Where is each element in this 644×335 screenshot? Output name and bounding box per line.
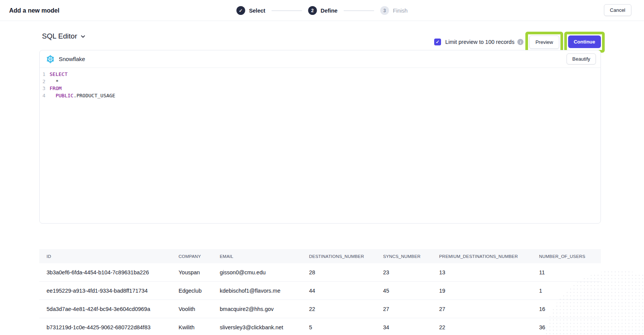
preview-button[interactable]: Preview [529,35,559,49]
table-cell: Kwilith [179,324,220,330]
chevron-down-icon [80,34,86,39]
table-cell: ee195229-a913-4fd1-9334-bad8ff171734 [39,288,179,294]
line-number: 1 [40,71,50,78]
sql-code-editor[interactable]: 1SELECT2 *3FROM4 PUBLIC.PRODUCT_USAGE [40,68,601,99]
table-cell: 13 [439,269,539,275]
code-segment: * [50,79,58,84]
table-cell: 11 [539,269,601,275]
code-text: * [50,78,58,85]
results-table: IDCOMPANYEMAILDESTINATIONS_NUMBERSYNCS_N… [39,249,601,335]
check-icon: ✓ [239,8,243,13]
continue-button-highlight: Continue [564,32,605,53]
wizard-stepper: ✓Select2Define3Finish [237,0,408,21]
table-cell: Voolith [179,306,220,312]
sql-panel-header: Snowflake Beautify [40,50,601,68]
snowflake-logo-icon [46,55,55,64]
preview-controls: ✓ Limit preview to 100 records i Preview… [434,31,605,53]
source-name: Snowflake [59,56,85,62]
step-label: Select [249,8,266,14]
table-cell: 36 [539,324,601,330]
code-segment [50,93,56,98]
limit-preview-checkbox[interactable]: ✓ [434,39,441,45]
column-header: ID [39,254,179,259]
table-cell: 28 [309,269,383,275]
step-label: Define [320,8,337,14]
table-row: 3b3a0ef6-6fda-4454-b104-7c89631ba226Yous… [39,263,601,282]
table-cell: Edgeclub [179,288,220,294]
code-text: SELECT [50,71,68,78]
step-connector [344,10,374,11]
column-header: PREMIUM_DESTINATIONS_NUMBER [439,254,539,259]
table-cell: 44 [309,288,383,294]
editor-type-label: SQL Editor [42,32,77,40]
column-header: COMPANY [179,254,220,259]
top-bar: Add a new model ✓Select2Define3Finish Ca… [0,0,644,21]
add-model-page: Add a new model ✓Select2Define3Finish Ca… [0,0,644,335]
code-segment: PUBLIC [56,93,74,98]
code-segment: .PRODUCT_USAGE [74,93,116,98]
column-header: EMAIL [220,254,309,259]
column-header: DESTINATIONS_NUMBER [309,254,383,259]
line-number: 3 [40,85,50,92]
column-header: SYNCS_NUMBER [383,254,439,259]
results-table-header: IDCOMPANYEMAILDESTINATIONS_NUMBERSYNCS_N… [39,249,601,263]
step-connector [271,10,302,11]
column-header: NUMBER_OF_USERS [539,254,601,259]
code-segment: SELECT [50,71,68,77]
code-text: FROM [50,85,61,92]
results-table-body: 3b3a0ef6-6fda-4454-b104-7c89631ba226Yous… [39,263,601,335]
check-icon: ✓ [436,39,440,45]
table-cell: 5 [309,324,383,330]
preview-button-highlight: Preview [525,32,563,53]
table-cell: 23 [383,269,439,275]
table-cell: 27 [439,306,539,312]
step-indicator: 3 [380,6,389,15]
continue-button[interactable]: Continue [568,35,601,48]
table-cell: 27 [383,306,439,312]
table-row: b731219d-1c0e-4425-9062-680722d84f83Kwil… [39,318,601,335]
table-cell: 22 [309,306,383,312]
page-title: Add a new model [9,0,60,21]
stepper-step-select: ✓Select [237,6,266,15]
line-number: 4 [40,92,50,100]
table-cell: sliversley3@clickbank.net [220,324,309,330]
table-cell: bmacquire2@hhs.gov [220,306,309,312]
table-cell: 19 [439,288,539,294]
table-cell: 1 [539,288,601,294]
step-indicator: ✓ [237,6,245,15]
table-cell: 3b3a0ef6-6fda-4454-b104-7c89631ba226 [39,269,179,275]
annotation-highlight-group: Preview Continue [525,32,605,53]
line-number: 2 [40,78,50,85]
table-cell: kdebischof1@flavors.me [220,288,309,294]
table-cell: 16 [539,306,601,312]
table-cell: b731219d-1c0e-4425-9062-680722d84f83 [39,324,179,330]
editor-type-dropdown[interactable]: SQL Editor [42,32,86,40]
info-icon[interactable]: i [517,39,523,45]
limit-preview-label: Limit preview to 100 records [445,39,514,45]
table-cell: 45 [383,288,439,294]
step-label: Finish [393,8,408,14]
code-line: 4 PUBLIC.PRODUCT_USAGE [40,92,601,100]
table-cell: gisson0@cmu.edu [220,269,309,275]
code-line: 2 * [40,78,601,85]
beautify-button[interactable]: Beautify [567,53,596,64]
code-line: 1SELECT [40,71,601,78]
step-indicator: 2 [308,6,317,15]
sql-editor-panel: Snowflake Beautify 1SELECT2 *3FROM4 PUBL… [39,50,601,224]
table-row: ee195229-a913-4fd1-9334-bad8ff171734Edge… [39,282,601,300]
table-cell: Youspan [179,269,220,275]
stepper-step-finish: 3Finish [380,6,408,15]
code-segment: FROM [50,85,61,91]
table-cell: 5da3d7ae-4e81-424f-bc94-3e604cd0969a [39,306,179,312]
stepper-step-define: 2Define [308,6,337,15]
table-cell: 22 [439,324,539,330]
code-text: PUBLIC.PRODUCT_USAGE [50,92,115,100]
code-line: 3FROM [40,85,601,92]
cancel-button[interactable]: Cancel [604,4,631,16]
table-row: 5da3d7ae-4e81-424f-bc94-3e604cd0969aVool… [39,300,601,318]
table-cell: 34 [383,324,439,330]
